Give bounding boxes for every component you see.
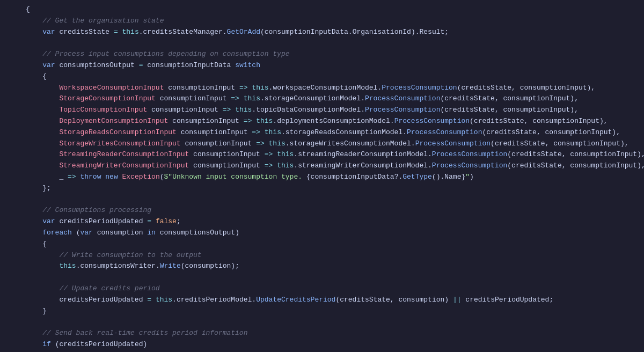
line-number xyxy=(0,306,26,317)
code-line: StreamingWriterConsumptionInput consumpt… xyxy=(0,160,644,172)
code-line: TopicConsumptionInput consumptionInput =… xyxy=(0,105,644,116)
line-content: } xyxy=(26,306,644,317)
code-line: // Write consumption to the output xyxy=(0,250,644,261)
code-line: DeploymentConsumptionInput consumptionIn… xyxy=(0,116,644,127)
line-content: var creditsPeriodUpdated = false; xyxy=(26,216,644,228)
code-line: StorageReadsConsumptionInput consumption… xyxy=(0,127,644,138)
line-content: foreach (var consumption in consumptions… xyxy=(26,228,644,239)
line-number xyxy=(0,4,26,16)
line-number xyxy=(0,160,26,172)
line-number xyxy=(0,183,26,194)
line-number xyxy=(0,239,26,250)
code-line: { xyxy=(0,71,644,83)
line-number xyxy=(0,60,26,71)
line-number xyxy=(0,16,26,27)
line-number xyxy=(0,49,26,60)
line-number xyxy=(0,116,26,127)
code-line: { xyxy=(0,4,644,16)
code-line: var consumptionsOutput = consumptionInpu… xyxy=(0,60,644,71)
line-content: StorageConsumptionInput consumptionInput… xyxy=(26,93,644,105)
code-line: StorageWritesConsumptionInput consumptio… xyxy=(0,138,644,150)
line-content: { xyxy=(26,71,644,83)
code-line xyxy=(0,38,644,49)
line-number xyxy=(0,250,26,261)
line-content: WorkspaceConsumptionInput consumptionInp… xyxy=(26,83,644,94)
line-number xyxy=(0,283,26,295)
line-content xyxy=(26,317,644,328)
code-line: this.consumptionsWriter.Write(consumptio… xyxy=(0,261,644,272)
line-content: DeploymentConsumptionInput consumptionIn… xyxy=(26,116,644,127)
code-line: // Send back real-time credits period in… xyxy=(0,328,644,339)
line-content xyxy=(26,38,644,49)
line-content: _ => throw new Exception($"Unknown input… xyxy=(26,172,644,183)
code-line: _ => throw new Exception($"Unknown input… xyxy=(0,172,644,183)
line-content: // Process input consumptions depending … xyxy=(26,49,644,60)
code-line: // Update credits period xyxy=(0,283,644,295)
line-number xyxy=(0,172,26,183)
line-number xyxy=(0,83,26,94)
line-content: // Send back real-time credits period in… xyxy=(26,328,644,339)
line-number xyxy=(0,216,26,228)
line-content: // Write consumption to the output xyxy=(26,250,644,261)
line-content: // Consumptions processing xyxy=(26,205,644,216)
line-number xyxy=(0,317,26,328)
line-content: }; xyxy=(26,183,644,194)
code-line: } xyxy=(0,306,644,317)
line-content: TopicConsumptionInput consumptionInput =… xyxy=(26,105,644,116)
line-number xyxy=(0,93,26,105)
line-number xyxy=(0,149,26,160)
line-content: var consumptionsOutput = consumptionInpu… xyxy=(26,60,644,71)
code-line: foreach (var consumption in consumptions… xyxy=(0,228,644,239)
code-line: creditsPeriodUpdated = this.creditsPerio… xyxy=(0,295,644,306)
code-line: // Get the organisation state xyxy=(0,16,644,27)
line-content: { xyxy=(26,4,644,16)
line-number xyxy=(0,339,26,350)
code-editor: { // Get the organisation state var cred… xyxy=(0,0,644,352)
line-content: StreamingWriterConsumptionInput consumpt… xyxy=(26,160,644,172)
line-content: if (creditsPeriodUpdated) xyxy=(26,339,644,350)
line-number xyxy=(0,295,26,306)
line-number xyxy=(0,194,26,206)
line-content: creditsPeriodUpdated = this.creditsPerio… xyxy=(26,295,644,306)
line-number xyxy=(0,205,26,216)
line-number xyxy=(0,328,26,339)
line-content: StreamingReaderConsumptionInput consumpt… xyxy=(26,149,644,160)
line-content: { xyxy=(26,239,644,250)
line-number xyxy=(0,71,26,83)
code-line xyxy=(0,194,644,206)
line-content xyxy=(26,272,644,283)
line-number xyxy=(0,38,26,49)
code-line: StorageConsumptionInput consumptionInput… xyxy=(0,93,644,105)
line-number xyxy=(0,127,26,138)
line-number xyxy=(0,105,26,116)
line-number xyxy=(0,228,26,239)
code-line: var creditsState = this.creditsStateMana… xyxy=(0,27,644,38)
code-line: WorkspaceConsumptionInput consumptionInp… xyxy=(0,83,644,94)
line-content: // Get the organisation state xyxy=(26,16,644,27)
line-content xyxy=(26,194,644,206)
code-line xyxy=(0,317,644,328)
line-content: StorageWritesConsumptionInput consumptio… xyxy=(26,138,644,150)
code-line: }; xyxy=(0,183,644,194)
code-line: StreamingReaderConsumptionInput consumpt… xyxy=(0,149,644,160)
code-line: { xyxy=(0,239,644,250)
line-number xyxy=(0,27,26,38)
line-content: this.consumptionsWriter.Write(consumptio… xyxy=(26,261,644,272)
code-line: // Consumptions processing xyxy=(0,205,644,216)
line-number xyxy=(0,261,26,272)
code-line: // Process input consumptions depending … xyxy=(0,49,644,60)
line-number xyxy=(0,138,26,150)
line-content: // Update credits period xyxy=(26,283,644,295)
line-number xyxy=(0,272,26,283)
line-content: var creditsState = this.creditsStateMana… xyxy=(26,27,644,38)
code-line: var creditsPeriodUpdated = false; xyxy=(0,216,644,228)
code-line: if (creditsPeriodUpdated) xyxy=(0,339,644,350)
line-content: StorageReadsConsumptionInput consumption… xyxy=(26,127,644,138)
code-line xyxy=(0,272,644,283)
